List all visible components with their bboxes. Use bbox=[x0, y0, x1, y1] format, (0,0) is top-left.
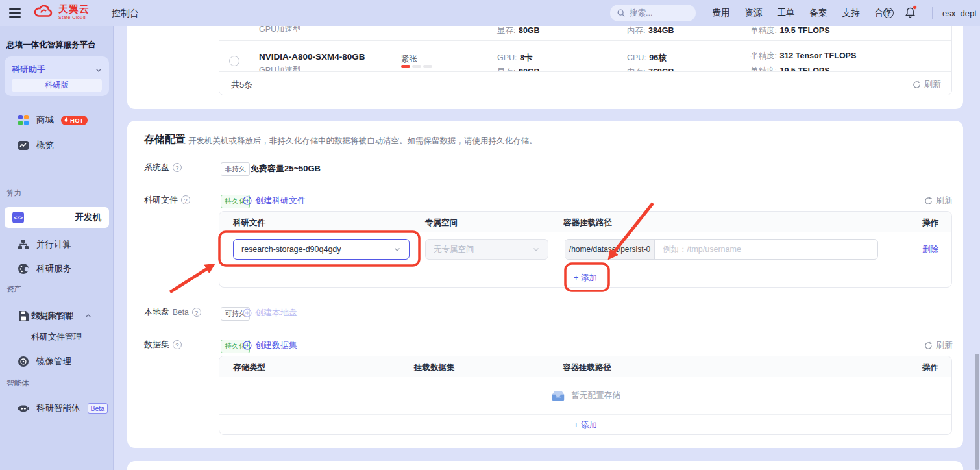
robot-icon bbox=[18, 402, 29, 414]
create-local-disk-button[interactable]: 创建本地盘 bbox=[243, 307, 297, 319]
plus-circle-icon bbox=[243, 308, 252, 317]
exclusive-space-select[interactable]: 无专属空间 bbox=[425, 239, 548, 260]
console-link[interactable]: 控制台 bbox=[112, 8, 139, 19]
user-account[interactable]: esx_dept bbox=[942, 8, 977, 18]
sidebar-item-parallel-computing[interactable]: 并行计算 bbox=[5, 234, 109, 256]
chevron-down-icon bbox=[393, 245, 401, 253]
total-count: 共5条 bbox=[231, 79, 252, 91]
menu-item-billing[interactable]: 费用 bbox=[705, 7, 737, 19]
cluster-icon bbox=[18, 239, 29, 251]
code-icon: </> bbox=[12, 212, 24, 223]
local-disk-label: 本地盘 Beta ? bbox=[144, 306, 201, 318]
divider bbox=[99, 7, 99, 19]
menu-item-resources[interactable]: 资源 bbox=[737, 7, 770, 19]
sidebar-item-research-file-management[interactable]: 科研文件管理 bbox=[0, 327, 114, 347]
empty-state: 暂无配置存储 bbox=[219, 377, 951, 414]
mount-path-group: /home/dataset/persist-0 bbox=[565, 239, 878, 260]
help-icon[interactable]: ? bbox=[181, 195, 190, 204]
storage-title: 存储配置 bbox=[144, 133, 186, 147]
notification-dot bbox=[913, 5, 917, 10]
console-page: GPU加速型 显存: 80GB 内存: 384GB 单精度: 19.5 TFLO… bbox=[0, 0, 980, 470]
sidebar-item-devmachine[interactable]: </> 开发机 bbox=[5, 207, 109, 228]
sidebar-section-compute: 算力 bbox=[6, 188, 21, 198]
search-box[interactable] bbox=[610, 5, 696, 21]
create-research-file-button[interactable]: 创建科研文件 bbox=[243, 195, 306, 206]
menu-icon[interactable] bbox=[9, 8, 21, 18]
brand-logo[interactable]: 天翼云 State Cloud bbox=[32, 3, 90, 20]
sidebar-section-assets: 资产 bbox=[6, 284, 21, 294]
sidebar-item-dataset-management[interactable]: 数据集管理 bbox=[0, 306, 114, 325]
gpu-refresh-button[interactable]: 刷新 bbox=[913, 79, 941, 90]
sidebar-item-image-management[interactable]: 镜像管理 bbox=[5, 351, 109, 373]
flame-icon bbox=[64, 117, 69, 123]
gpu-fp16: 半精度: 312 Tensor TFLOPS bbox=[750, 49, 856, 62]
gpu-row-radio[interactable] bbox=[229, 56, 239, 66]
dataset-label: 数据集 ? bbox=[144, 339, 182, 351]
beta-badge: Beta bbox=[88, 403, 108, 414]
gpu-table-footer: 共5条 刷新 bbox=[219, 71, 951, 95]
delete-button[interactable]: 删除 bbox=[922, 244, 938, 255]
menu-item-support[interactable]: 支持 bbox=[835, 7, 867, 19]
add-dataset-button[interactable]: + 添加 bbox=[574, 420, 597, 431]
sidebar-item-research-services[interactable]: 科研服务 bbox=[5, 258, 109, 280]
sidebar-item-overview[interactable]: 概览 bbox=[5, 134, 109, 156]
dataset-table: 存储类型 挂载数据集 容器挂载路径 操作 暂无配置存储 + 添加 bbox=[219, 356, 952, 435]
search-icon bbox=[617, 8, 626, 18]
research-file-select[interactable]: research-storage-d90q4gdy bbox=[233, 239, 410, 260]
disc-icon bbox=[18, 356, 29, 367]
research-files-label: 科研文件 ? bbox=[144, 194, 190, 206]
add-research-file-button[interactable]: + 添加 bbox=[574, 273, 597, 284]
gpu-name: NVIDIA-A800-SXM4-80GB bbox=[259, 52, 365, 62]
grid-icon bbox=[18, 114, 29, 126]
palette-icon bbox=[18, 263, 29, 275]
research-files-refresh-button[interactable]: 刷新 bbox=[924, 195, 953, 206]
system-disk-label: 系统盘 ? bbox=[144, 162, 182, 173]
menu-item-filing[interactable]: 备案 bbox=[802, 7, 835, 19]
brand-text: 天翼云 State Cloud bbox=[58, 4, 90, 19]
chevron-down-icon bbox=[95, 66, 103, 74]
sidebar-item-mall[interactable]: 商城 HOT bbox=[5, 109, 109, 131]
menu-item-tickets[interactable]: 工单 bbox=[770, 7, 802, 19]
dataset-refresh-button[interactable]: 刷新 bbox=[924, 340, 953, 351]
capacity-bar bbox=[401, 65, 432, 68]
gpu-count: GPU: 8卡 bbox=[497, 51, 532, 64]
add-row: + 添加 bbox=[219, 414, 951, 435]
platform-title: 息壤一体化智算服务平台 bbox=[6, 40, 96, 51]
refresh-icon bbox=[924, 197, 933, 205]
create-dataset-button[interactable]: 创建数据集 bbox=[243, 340, 297, 351]
gpu-status: 紧张 bbox=[401, 54, 417, 65]
research-files-table: 科研文件 专属空间 容器挂载路径 操作 research-storage-d90… bbox=[219, 211, 952, 288]
storage-config-card: 存储配置 开发机关机或释放后，非持久化存储中的数据将被自动清空。如需保留数据，请… bbox=[127, 121, 963, 448]
chevron-down-icon bbox=[532, 245, 540, 253]
sidebar-section-agents: 智能体 bbox=[6, 378, 29, 388]
help-icon[interactable]: ? bbox=[173, 163, 182, 172]
topbar: 天翼云 State Cloud 控制台 费用 资源 工单 备案 支持 合作 ? bbox=[0, 0, 980, 26]
cloud-logo-icon bbox=[32, 3, 55, 20]
gpu-cpu: CPU: 96核 bbox=[627, 51, 667, 64]
plus-circle-icon bbox=[243, 196, 252, 205]
refresh-icon bbox=[924, 341, 933, 350]
notification-bell-icon[interactable] bbox=[905, 7, 916, 21]
next-section-card bbox=[127, 461, 963, 470]
help-icon[interactable]: ? bbox=[173, 340, 182, 349]
mount-path-prefix: /home/dataset/persist-0 bbox=[565, 240, 655, 259]
refresh-icon bbox=[913, 80, 921, 89]
add-row: + 添加 bbox=[219, 267, 951, 288]
help-icon[interactable]: ? bbox=[883, 8, 894, 18]
sidebar-item-research-agent[interactable]: 科研智能体 Beta bbox=[5, 397, 109, 419]
empty-box-icon bbox=[551, 390, 565, 401]
gpu-spec-table: GPU加速型 显存: 80GB 内存: 384GB 单精度: 19.5 TFLO… bbox=[219, 17, 952, 95]
table-header: 存储类型 挂载数据集 容器挂载路径 操作 bbox=[219, 356, 951, 377]
divider bbox=[932, 7, 933, 19]
mount-path-input[interactable] bbox=[655, 240, 877, 259]
plus-circle-icon bbox=[243, 341, 252, 350]
assistant-switcher[interactable]: 科研助手 科研版 bbox=[5, 56, 109, 96]
chart-icon bbox=[18, 140, 29, 151]
system-disk-value: 免费容量25~50GB bbox=[251, 163, 321, 175]
search-input[interactable] bbox=[630, 8, 688, 18]
vertical-scrollbar[interactable] bbox=[975, 354, 979, 470]
edition-pill: 科研版 bbox=[12, 79, 102, 92]
help-icon[interactable]: ? bbox=[192, 308, 201, 317]
storage-description: 开发机关机或释放后，非持久化存储中的数据将被自动清空。如需保留数据，请使用持久化… bbox=[188, 136, 537, 147]
row-divider bbox=[219, 40, 951, 41]
